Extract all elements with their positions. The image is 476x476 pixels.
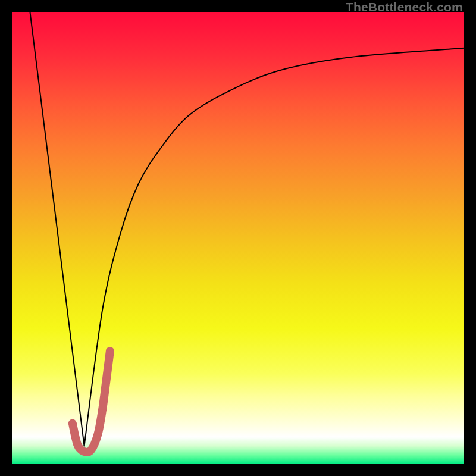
curve-left-branch	[30, 12, 84, 446]
curve-right-branch	[84, 48, 464, 446]
chart-curves	[12, 12, 464, 464]
chart-frame: TheBottleneck.com	[0, 0, 476, 476]
watermark-text: TheBottleneck.com	[346, 0, 463, 14]
